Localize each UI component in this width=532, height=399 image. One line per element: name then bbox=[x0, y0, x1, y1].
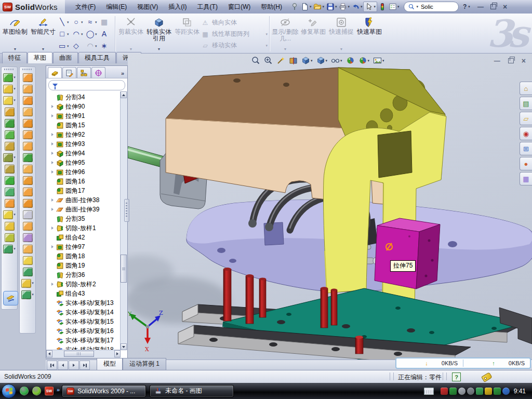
certificate-icon[interactable] bbox=[458, 388, 466, 395]
untrim-surface-button[interactable] bbox=[23, 233, 33, 242]
drive-tools-tab[interactable]: ◉ bbox=[520, 127, 532, 140]
prev-tab-button[interactable] bbox=[58, 361, 68, 370]
rebuild-button[interactable] bbox=[377, 2, 388, 11]
instant3d-button[interactable] bbox=[3, 291, 18, 305]
swept-surface-button[interactable] bbox=[23, 96, 33, 105]
ruled-surface-button[interactable] bbox=[23, 198, 33, 208]
arc-icon[interactable]: ◠ bbox=[71, 29, 81, 39]
tab-草图[interactable]: 草图 bbox=[28, 52, 52, 63]
tree-item[interactable]: 圆角17 bbox=[50, 186, 121, 195]
dropdown-caret-icon[interactable]: ▾ bbox=[310, 5, 312, 9]
tree-item[interactable]: 实体-移动/复制15 bbox=[50, 317, 121, 326]
move-copy-body-button[interactable] bbox=[5, 198, 15, 208]
point-icon[interactable]: ∗ bbox=[99, 41, 109, 51]
expand-arrow-icon[interactable] bbox=[50, 152, 55, 155]
dropdown-caret-icon[interactable]: ▾ bbox=[397, 5, 400, 9]
options-button[interactable]: ▾ bbox=[388, 2, 401, 11]
doc-minimize-button[interactable]: — bbox=[494, 57, 500, 64]
network-icon[interactable] bbox=[476, 388, 483, 395]
pin-button[interactable] bbox=[289, 2, 300, 11]
delete-face-button[interactable] bbox=[23, 210, 33, 219]
quick-launch-chevron[interactable]: » bbox=[57, 387, 60, 393]
dropdown-caret-icon[interactable]: ▾ bbox=[14, 155, 16, 159]
dropdown-caret-icon[interactable]: ▼ bbox=[157, 46, 161, 52]
dropdown-caret-icon[interactable]: ▾ bbox=[14, 98, 16, 102]
linear-pattern-button[interactable]: ▾ bbox=[3, 153, 16, 162]
dropdown-caret-icon[interactable]: ▾ bbox=[374, 5, 376, 9]
tree-item[interactable]: 组合42 bbox=[50, 233, 121, 242]
search-input[interactable] bbox=[420, 3, 454, 10]
tab-特征[interactable]: 特征 bbox=[2, 52, 27, 63]
dropdown-caret-icon[interactable]: ▼ bbox=[14, 46, 17, 52]
expand-arrow-icon[interactable] bbox=[50, 208, 55, 211]
tree-item[interactable]: 分割36 bbox=[50, 270, 121, 280]
dropdown-caret-icon[interactable]: ▾ bbox=[67, 32, 71, 36]
menu-工具[interactable]: 工具(T) bbox=[192, 1, 223, 14]
expand-arrow-icon[interactable] bbox=[50, 105, 55, 108]
fillet-button[interactable]: ▾ bbox=[3, 96, 16, 105]
first-tab-button[interactable] bbox=[47, 361, 57, 370]
alert-shield-icon[interactable] bbox=[441, 388, 448, 395]
tree-item[interactable]: 分割34 bbox=[50, 92, 121, 102]
toolbar-grip[interactable] bbox=[22, 69, 33, 70]
messenger-icon[interactable] bbox=[20, 387, 29, 395]
expand-arrow-icon[interactable] bbox=[50, 198, 55, 202]
planar-surface-button[interactable] bbox=[23, 141, 33, 151]
tree-item[interactable]: 拉伸92 bbox=[50, 130, 121, 139]
ribbon-button-修复草图[interactable]: 修复草图 bbox=[299, 15, 327, 53]
taskbar-button-2[interactable]: 未命名 - 画图 bbox=[150, 385, 234, 397]
tab-运动算例 1[interactable]: 运动算例 1 bbox=[123, 358, 166, 370]
tab-configurationmanager[interactable] bbox=[77, 67, 91, 78]
open-button[interactable]: ▾ bbox=[312, 2, 325, 11]
next-tab-button[interactable] bbox=[69, 361, 79, 370]
menu-视图[interactable]: 视图(V) bbox=[132, 1, 163, 14]
tab-dimxpertmanager[interactable] bbox=[91, 67, 105, 78]
home-tab[interactable]: ⌂ bbox=[520, 82, 532, 95]
restore-button[interactable] bbox=[490, 4, 496, 9]
tab-曲面[interactable]: 曲面 bbox=[53, 52, 78, 63]
combine-button[interactable] bbox=[5, 187, 15, 196]
dropdown-caret-icon[interactable]: ▼ bbox=[340, 46, 343, 52]
close-button[interactable]: × bbox=[503, 4, 507, 9]
ribbon-button-剪裁实体[interactable]: 剪裁实体▼ bbox=[117, 15, 145, 53]
rib-button[interactable] bbox=[5, 141, 15, 151]
chamfer-button[interactable] bbox=[5, 107, 15, 116]
new-document-button[interactable]: ▾ bbox=[300, 2, 313, 11]
dropdown-caret-icon[interactable]: ▾ bbox=[361, 5, 363, 9]
dropdown-caret-icon[interactable]: ▾ bbox=[335, 5, 337, 9]
split-button[interactable] bbox=[5, 176, 15, 185]
custom-properties-tab[interactable]: ▦ bbox=[520, 172, 532, 185]
expand-arrow-icon[interactable] bbox=[50, 227, 55, 230]
tree-item[interactable]: 实体-移动/复制13 bbox=[50, 298, 121, 308]
doc-close-button[interactable]: × bbox=[522, 58, 526, 63]
search-scope-caret[interactable]: ▾ bbox=[417, 5, 419, 9]
doc-restore-button[interactable] bbox=[508, 58, 514, 63]
fillet-surface-button[interactable] bbox=[23, 256, 33, 265]
zoom-area-button[interactable] bbox=[264, 56, 273, 65]
tab-featuremanager[interactable] bbox=[48, 67, 62, 78]
tree-item[interactable]: 拉伸94 bbox=[50, 149, 121, 158]
view-orientation-button[interactable]: ▾ bbox=[301, 56, 313, 65]
dropdown-caret-icon[interactable]: ▾ bbox=[81, 32, 85, 36]
tree-item[interactable]: 分割35 bbox=[50, 214, 121, 223]
toolbar-grip[interactable] bbox=[4, 69, 15, 70]
tree-filter-box[interactable] bbox=[48, 80, 125, 90]
guard-shield-icon[interactable] bbox=[449, 388, 457, 395]
dropdown-caret-icon[interactable]: ▾ bbox=[32, 292, 34, 297]
spline-icon[interactable]: ≈ bbox=[85, 17, 95, 27]
taskbar-button-1[interactable]: SWSolidWorks 2009 - ... bbox=[62, 385, 146, 397]
view-palette-tab[interactable]: ⊞ bbox=[520, 142, 532, 155]
save-button[interactable]: ▾ bbox=[325, 2, 338, 11]
dropdown-caret-icon[interactable]: ▾ bbox=[95, 32, 99, 36]
menu-文件[interactable]: 文件(F) bbox=[70, 1, 101, 14]
tab-模型[interactable]: 模型 bbox=[97, 358, 123, 370]
freeform-button[interactable] bbox=[23, 164, 33, 174]
tab-模具工具[interactable]: 模具工具 bbox=[78, 52, 116, 63]
expand-arrow-icon[interactable] bbox=[50, 161, 55, 164]
start-button[interactable] bbox=[2, 384, 16, 398]
knit-surface-button[interactable] bbox=[23, 187, 33, 196]
last-tab-button[interactable] bbox=[79, 361, 90, 370]
tree-item[interactable]: 圆角19 bbox=[50, 261, 121, 270]
tree-item[interactable]: 拉伸90 bbox=[50, 102, 121, 111]
tree-item[interactable]: 圆角18 bbox=[50, 251, 121, 261]
